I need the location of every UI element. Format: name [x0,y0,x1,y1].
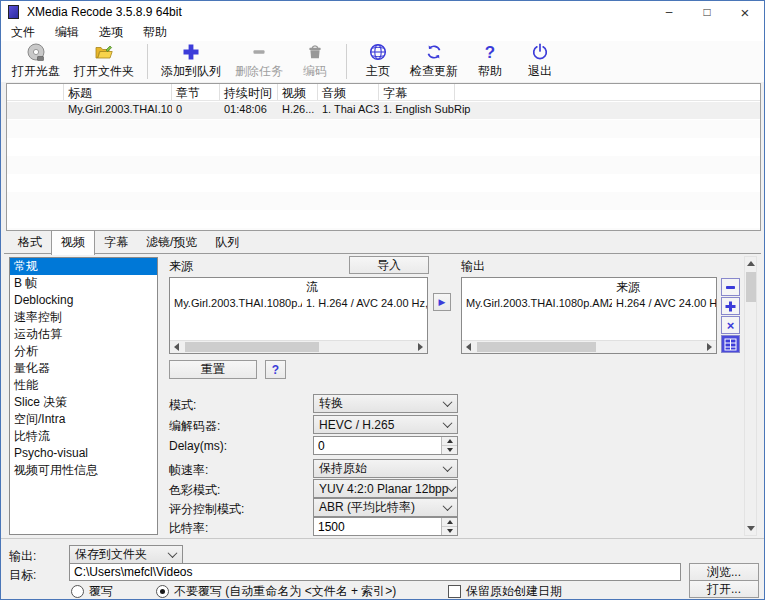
browse-button[interactable]: 浏览... [689,563,759,581]
mode-select[interactable]: 转换 [313,394,458,413]
reset-button[interactable]: 重置 [169,360,257,379]
sidebar-item-bitstream[interactable]: 比特流 [10,428,157,445]
scroll-thumb[interactable] [746,272,756,302]
panel-v-scrollbar[interactable] [744,256,757,536]
tab-video[interactable]: 视频 [51,230,95,255]
sidebar-item-spatial-intra[interactable]: 空间/Intra [10,411,157,428]
open-disc-button[interactable]: 打开光盘 [5,41,67,82]
table-row[interactable]: My.Girl.2003.THAI.108... 0 01:48:06 H.26… [7,102,760,119]
source-h-scrollbar[interactable] [170,340,427,353]
row-duration: 01:48:06 [220,102,278,119]
framerate-select[interactable]: 保持原始 [313,459,458,478]
output-source-column[interactable]: 来源 [612,278,716,295]
check-update-button[interactable]: 检查更新 [403,41,465,82]
remove-output-button[interactable] [721,278,740,296]
add-to-queue-button[interactable]: 添加到队列 [154,41,228,82]
tab-queue[interactable]: 队列 [206,232,248,254]
minus-icon [724,281,737,294]
open-folder-button[interactable]: 打开文件夹 [67,41,141,82]
output-row[interactable]: My.Girl.2003.THAI.1080p.AMZN.WE... H.264… [462,295,716,312]
column-header-icon[interactable] [7,84,64,100]
spin-down-icon[interactable] [442,445,457,454]
sidebar-item-motion-estimation[interactable]: 运动估算 [10,326,157,343]
scroll-left-icon[interactable] [462,341,475,353]
output-mode-select[interactable]: 保存到文件夹 [69,545,183,564]
toolbar-separator [346,44,347,79]
open-button[interactable]: 打开... [689,580,759,598]
row-audio: 1. Thai AC3... [318,102,379,119]
stream-grid-button[interactable] [721,335,740,353]
scroll-down-icon[interactable] [745,522,757,535]
spin-up-icon[interactable] [442,518,457,526]
scroll-track[interactable] [183,341,414,353]
tab-filter-preview[interactable]: 滤镜/预览 [137,232,206,254]
colormode-select[interactable]: YUV 4:2:0 Planar 12bpp [313,479,458,498]
column-header-subtitle[interactable]: 字幕 [379,84,455,100]
sidebar-item-slice-decision[interactable]: Slice 决策 [10,394,157,411]
menu-item-help[interactable]: 帮助 [133,23,177,41]
minimize-button[interactable]: – [650,1,688,23]
ratecontrol-select[interactable]: ABR (平均比特率) [313,498,458,517]
spinner-buttons [441,518,457,535]
close-icon: × [741,4,750,21]
clear-output-button[interactable]: × [721,316,740,334]
sidebar-item-bframes[interactable]: B 帧 [10,275,157,292]
sidebar-item-rate-control[interactable]: 速率控制 [10,309,157,326]
column-header-chapter[interactable]: 章节 [172,84,220,100]
maximize-button[interactable]: □ [688,1,726,23]
scroll-left-icon[interactable] [170,341,183,353]
column-header-video[interactable]: 视频 [278,84,318,100]
spin-up-icon[interactable] [442,437,457,445]
close-button[interactable]: × [726,1,764,23]
target-input[interactable] [69,563,681,581]
menu-item-edit[interactable]: 编辑 [45,23,89,41]
source-stream-column[interactable]: 流 [302,278,427,295]
column-header-title[interactable]: 标题 [64,84,172,100]
sidebar-item-vui[interactable]: 视频可用性信息 [10,462,157,479]
file-list-table: 标题 章节 持续时间 视频 音频 字幕 My.Girl.2003.THAI.10… [6,83,761,231]
keep-date-checkbox[interactable] [448,585,461,598]
spin-down-icon[interactable] [442,526,457,535]
column-header-duration[interactable]: 持续时间 [220,84,278,100]
keep-date-option[interactable]: 保留原始创建日期 [448,583,562,600]
transfer-stream-button[interactable]: ▶ [433,293,451,311]
import-button[interactable]: 导入 [349,256,429,274]
menu-item-file[interactable]: 文件 [1,23,45,41]
help-button[interactable]: ? 帮助 [465,41,515,82]
source-row[interactable]: My.Girl.2003.THAI.1080p.AMZN.... 1. H.26… [170,295,427,312]
tab-subtitle[interactable]: 字幕 [95,232,137,254]
no-overwrite-option[interactable]: 不要覆写 (自动重命名为 <文件名 + 索引>) [156,583,396,600]
encode-icon [305,42,325,62]
sidebar-item-analysis[interactable]: 分析 [10,343,157,360]
sidebar-item-general[interactable]: 常规 [10,258,157,275]
codec-select[interactable]: HEVC / H.265 [313,415,458,434]
menu-item-options[interactable]: 选项 [89,23,133,41]
toolbar-label: 打开光盘 [12,63,60,80]
no-overwrite-radio[interactable] [156,585,169,598]
sidebar-item-deblocking[interactable]: Deblocking [10,292,157,309]
sidebar-item-performance[interactable]: 性能 [10,377,157,394]
panel-help-button[interactable]: ? [265,360,286,379]
toolbar-label: 编码 [303,63,327,80]
output-h-scrollbar[interactable] [462,340,716,353]
scroll-thumb[interactable] [477,342,596,352]
tab-format[interactable]: 格式 [9,232,51,254]
overwrite-option[interactable]: 覆写 [71,583,113,600]
x-icon: × [727,318,735,333]
bitrate-value[interactable] [314,518,441,535]
scroll-up-icon[interactable] [745,257,757,270]
exit-button[interactable]: 退出 [515,41,565,82]
delay-value[interactable] [314,437,441,454]
scroll-track[interactable] [475,341,703,353]
scroll-right-icon[interactable] [703,341,716,353]
minimize-icon: – [666,5,673,19]
home-button[interactable]: 主页 [353,41,403,82]
overwrite-radio[interactable] [71,585,84,598]
chevron-down-icon [443,397,453,407]
scroll-right-icon[interactable] [414,341,427,353]
sidebar-item-psycho-visual[interactable]: Psycho-visual [10,445,157,462]
add-output-button[interactable] [721,297,740,315]
sidebar-item-quantizer[interactable]: 量化器 [10,360,157,377]
column-header-audio[interactable]: 音频 [318,84,379,100]
scroll-thumb[interactable] [185,342,319,352]
